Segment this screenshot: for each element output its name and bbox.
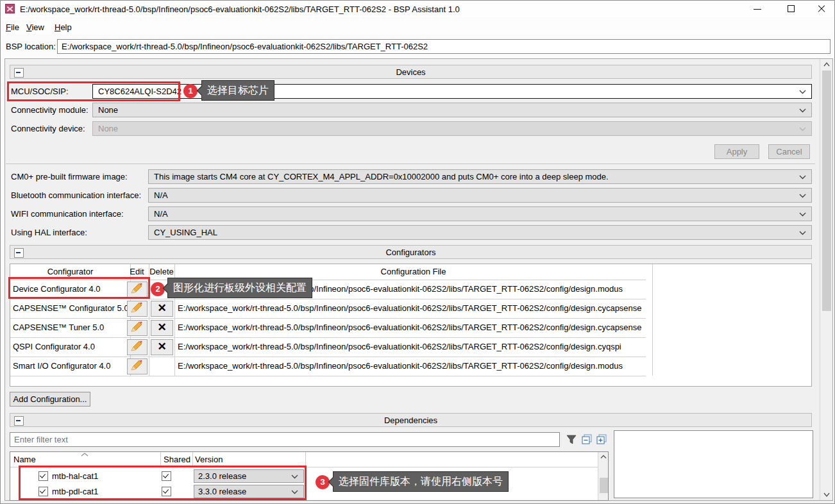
sort-ascending-icon — [81, 453, 89, 457]
expand-all-icon — [596, 434, 607, 445]
devices-section-title: Devices — [10, 67, 811, 77]
delete-button[interactable]: ✕ — [151, 301, 173, 317]
add-configuration-button[interactable]: Add Configuration... — [10, 392, 90, 407]
table-row: CAPSENSE™ Configurator 5.0 ✕ E:/workspac… — [10, 299, 646, 319]
conn-module-combobox[interactable]: None — [92, 103, 812, 117]
table-row: Smart I/O Configurator 4.0 E:/workspace_… — [10, 357, 646, 376]
scroll-down-button[interactable] — [820, 489, 832, 500]
close-button[interactable] — [811, 3, 832, 15]
bt-combobox[interactable]: N/A — [148, 188, 812, 203]
configurators-section-title: Configurators — [10, 248, 811, 257]
table-row: QSPI Configurator 4.0 ✕ E:/workspace_wor… — [10, 337, 646, 357]
annotation-badge-2: 2 — [151, 282, 165, 296]
chevron-down-icon — [799, 194, 806, 198]
edit-button[interactable] — [127, 339, 148, 355]
conn-device-value: None — [98, 124, 118, 133]
delete-x-icon: ✕ — [157, 340, 166, 353]
conn-device-label: Connectivity device: — [11, 124, 85, 133]
delete-button[interactable]: ✕ — [151, 339, 173, 355]
cm0-label: CM0+ pre-built firmware image: — [11, 172, 128, 181]
collapse-all-button[interactable] — [582, 434, 593, 445]
configurator-name: CAPSENSE™ Tuner 5.0 — [10, 318, 131, 337]
collapse-all-icon — [582, 434, 593, 445]
wifi-label: WIFI communication interface: — [11, 209, 124, 219]
scrollbar-thumb[interactable] — [822, 71, 831, 311]
annotation-tooltip-2: 图形化进行板级外设相关配置 — [167, 278, 312, 298]
configuration-file-path: E:/workspace_work/rt-thread-5.0/bsp/Infi… — [174, 318, 653, 337]
main-scrollbar[interactable] — [820, 59, 832, 500]
scroll-up-button[interactable] — [820, 59, 832, 70]
hal-value: CY_USING_HAL — [154, 228, 217, 237]
wifi-value: N/A — [154, 209, 168, 219]
configurator-name: Smart I/O Configurator 4.0 — [10, 357, 131, 376]
bsp-location-input[interactable] — [57, 39, 831, 54]
configuration-file-path: E:/workspace_work/rt-thread-5.0/bsp/Infi… — [174, 357, 653, 376]
minimize-icon — [754, 9, 761, 10]
configurator-name: QSPI Configurator 4.0 — [10, 337, 131, 357]
window-title: E:/workspace_work/rt-thread-5.0/bsp/Infi… — [20, 4, 460, 14]
hal-combobox[interactable]: CY_USING_HAL — [148, 225, 812, 240]
apply-button[interactable]: Apply — [714, 144, 759, 159]
app-icon — [5, 4, 15, 13]
section-divider — [6, 164, 815, 164]
edit-button[interactable] — [127, 320, 148, 336]
cancel-button[interactable]: Cancel — [768, 144, 810, 159]
table-row: CAPSENSE™ Tuner 5.0 ✕ E:/workspace_work/… — [10, 318, 646, 338]
scrollbar-thumb[interactable] — [600, 478, 608, 493]
dependency-filter-input[interactable] — [10, 432, 560, 447]
expand-all-button[interactable] — [596, 434, 607, 445]
maximize-button[interactable] — [780, 3, 802, 15]
bt-label: Bluetooth communication interface: — [11, 190, 141, 200]
filter-icon[interactable] — [566, 434, 577, 445]
cm0-combobox[interactable]: This image starts CM4 core at CY_CORTEX_… — [148, 169, 812, 184]
configurators-section-header: Configurators — [10, 245, 812, 259]
conn-module-value: None — [98, 105, 118, 115]
menu-file[interactable]: File — [3, 21, 22, 33]
chevron-down-icon — [799, 231, 806, 235]
wifi-combobox[interactable]: N/A — [148, 206, 812, 221]
pencil-icon — [128, 340, 146, 353]
delete-button[interactable]: ✕ — [151, 320, 173, 336]
chevron-down-icon — [799, 90, 806, 94]
dependencies-section-header: Dependencies — [10, 413, 812, 427]
delete-x-icon: ✕ — [157, 321, 166, 333]
menu-help[interactable]: Help — [52, 21, 74, 33]
edit-button[interactable] — [127, 358, 148, 374]
delete-x-icon: ✕ — [157, 302, 166, 314]
bsp-assistant-window: E:/workspace_work/rt-thread-5.0/bsp/Infi… — [0, 0, 835, 504]
annotation-badge-3: 3 — [316, 475, 330, 489]
cm0-value: This image starts CM4 core at CY_CORTEX_… — [154, 172, 609, 181]
dependencies-scrollbar[interactable] — [598, 452, 608, 500]
hal-label: Using HAL interface: — [11, 228, 87, 237]
minimize-button[interactable] — [746, 3, 768, 15]
pencil-icon — [128, 301, 146, 315]
edit-button[interactable] — [127, 301, 148, 317]
scroll-up-button[interactable] — [598, 452, 608, 462]
annotation-tooltip-3: 选择固件库版本，请使用右侧版本号 — [333, 471, 509, 492]
window-bottom-strip — [1, 501, 835, 504]
configuration-file-path: E:/workspace_work/rt-thread-5.0/bsp/Infi… — [174, 299, 653, 318]
annotation-highlight-mcu — [7, 81, 180, 101]
chevron-down-icon — [799, 108, 806, 113]
chevron-down-icon — [799, 212, 806, 217]
chevron-down-icon — [799, 127, 806, 131]
configuration-file-path: E:/workspace_work/rt-thread-5.0/bsp/Infi… — [174, 337, 653, 357]
bsp-location-label: BSP location: — [6, 42, 56, 51]
pencil-icon — [128, 321, 146, 334]
annotation-highlight-dependencies — [19, 466, 307, 500]
chevron-down-icon — [799, 175, 806, 180]
title-bar: E:/workspace_work/rt-thread-5.0/bsp/Infi… — [1, 1, 834, 17]
pencil-icon — [128, 359, 146, 373]
menu-bar: File View Help — [1, 19, 834, 34]
annotation-highlight-device-configurator — [8, 277, 150, 299]
annotation-badge-1: 1 — [183, 84, 198, 98]
delete-cell — [149, 357, 175, 376]
dependency-description-panel — [614, 430, 813, 498]
bt-value: N/A — [154, 190, 168, 200]
maximize-icon — [788, 5, 795, 12]
conn-device-combobox: None — [92, 121, 812, 136]
conn-module-label: Connectivity module: — [11, 105, 89, 115]
dependencies-section-title: Dependencies — [10, 416, 811, 425]
devices-section-header: Devices — [10, 65, 812, 79]
menu-view[interactable]: View — [24, 21, 47, 33]
